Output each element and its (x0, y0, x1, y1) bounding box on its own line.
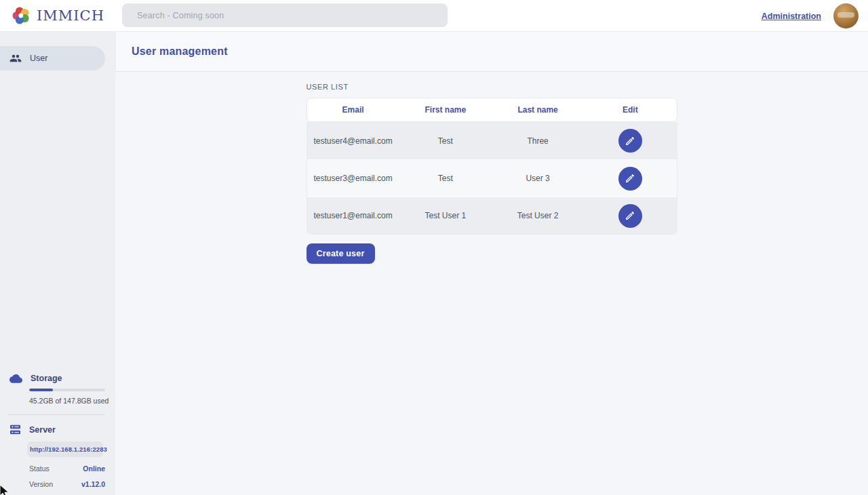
column-header-first-name: First name (399, 105, 492, 115)
sidebar-item-user[interactable]: User (0, 46, 105, 71)
column-header-edit: Edit (584, 105, 676, 115)
cell-email: testuser1@email.com (307, 211, 399, 220)
immich-flower-icon (11, 5, 31, 26)
cell-last-name: Test User 2 (492, 211, 584, 220)
create-user-button[interactable]: Create user (307, 243, 375, 264)
cell-last-name: User 3 (492, 174, 584, 183)
edit-user-button[interactable] (618, 167, 642, 191)
page-title: User management (132, 45, 228, 58)
edit-user-button[interactable] (618, 204, 642, 228)
pencil-icon (625, 173, 635, 184)
status-value: Online (83, 464, 105, 473)
server-status-row: Status Online (29, 464, 105, 473)
storage-progress-bar (29, 389, 105, 391)
cell-email: testuser3@email.com (307, 174, 399, 183)
server-url-badge: http://192.168.1.216:2283 (27, 441, 103, 457)
cell-first-name: Test (399, 136, 492, 146)
server-icon (9, 424, 21, 435)
version-value: v1.12.0 (81, 480, 105, 488)
edit-user-button[interactable] (618, 129, 642, 153)
table-row: testuser1@email.com Test User 1 Test Use… (307, 197, 677, 234)
users-icon (9, 52, 22, 64)
page-header: User management (115, 32, 868, 72)
sidebar-item-label: User (30, 54, 47, 63)
user-list-label: USER LIST (307, 83, 677, 91)
cell-last-name: Three (492, 136, 584, 146)
table-row: testuser3@email.com Test User 3 (307, 159, 677, 197)
administration-link[interactable]: Administration (762, 12, 821, 21)
status-label: Status (29, 464, 50, 473)
cell-first-name: Test (399, 174, 492, 183)
table-header-row: Email First name Last name Edit (307, 98, 677, 122)
column-header-last-name: Last name (492, 105, 584, 115)
sidebar-divider (7, 414, 105, 415)
column-header-email: Email (307, 105, 399, 115)
storage-section: Storage 45.2GB of 147.8GB used (0, 373, 115, 405)
search-placeholder: Search - Coming soon (137, 11, 224, 20)
main-content: User management USER LIST Email First na… (115, 32, 868, 495)
user-avatar[interactable] (833, 3, 859, 28)
sidebar: User Storage 45.2GB of 147.8GB used (0, 32, 115, 495)
storage-title: Storage (31, 374, 62, 383)
app-logo[interactable]: IMMICH (0, 5, 104, 26)
user-table-body: testuser4@email.com Test Three testuser3… (307, 122, 677, 235)
server-section: Server http://192.168.1.216:2283 Status … (0, 424, 115, 488)
top-bar: IMMICH Search - Coming soon Administrati… (0, 0, 868, 32)
app-title: IMMICH (37, 7, 104, 24)
cloud-icon (9, 373, 22, 383)
storage-usage-text: 45.2GB of 147.8GB used (29, 397, 115, 405)
cell-email: testuser4@email.com (307, 136, 399, 146)
cell-first-name: Test User 1 (399, 211, 492, 220)
pencil-icon (625, 136, 635, 146)
storage-progress-fill (29, 389, 53, 391)
server-title: Server (29, 425, 56, 435)
pencil-icon (625, 210, 635, 221)
version-label: Version (29, 480, 53, 488)
mouse-cursor (0, 484, 12, 495)
user-table: Email First name Last name Edit testuser… (307, 98, 677, 235)
table-row: testuser4@email.com Test Three (307, 122, 677, 159)
server-version-row: Version v1.12.0 (29, 480, 105, 488)
search-input[interactable]: Search - Coming soon (122, 3, 448, 27)
sidebar-status-panel: Storage 45.2GB of 147.8GB used Server (0, 373, 115, 488)
